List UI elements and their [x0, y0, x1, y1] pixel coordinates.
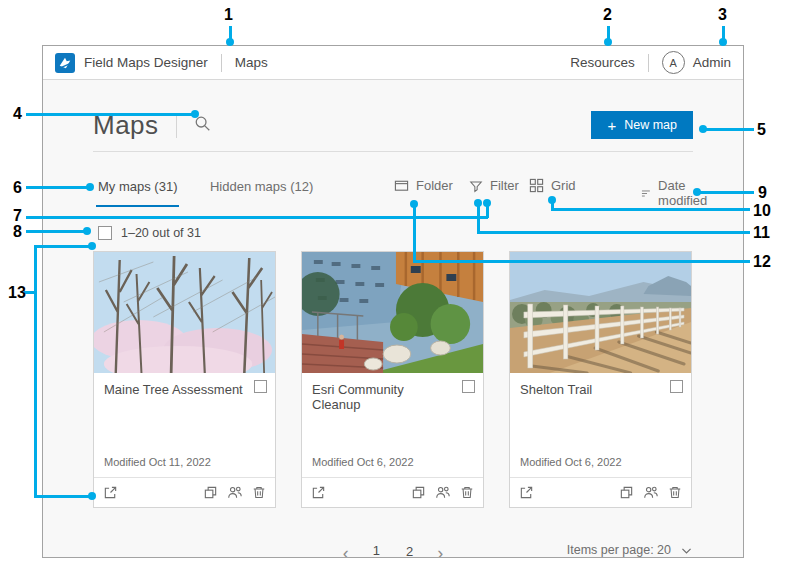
folder-button[interactable]: Folder [394, 178, 453, 193]
filter-icon [469, 179, 483, 193]
callout-dot [699, 125, 707, 133]
callout-label-10: 10 [753, 203, 771, 219]
tab-hidden-maps[interactable]: Hidden maps (12) [208, 179, 315, 205]
next-page-button[interactable]: › [433, 544, 447, 558]
group-people-icon [227, 485, 243, 500]
card-modified: Modified Oct 6, 2022 [312, 456, 473, 477]
open-in-new-icon [519, 485, 534, 500]
card-checkbox[interactable] [462, 380, 475, 393]
callout-line [34, 495, 90, 498]
esri-logo-icon[interactable] [55, 53, 75, 73]
callout-dot [548, 196, 556, 204]
map-thumbnail-trees[interactable] [94, 252, 275, 373]
callout-dot [410, 200, 418, 208]
map-card: Shelton Trail Modified Oct 6, 2022 [509, 251, 692, 508]
duplicate-button[interactable] [619, 485, 634, 500]
delete-button[interactable] [252, 485, 266, 500]
callout-label-8: 8 [13, 224, 22, 240]
callout-dot [86, 183, 94, 191]
callout-line [34, 245, 90, 248]
callout-line [26, 216, 488, 219]
page-1-button[interactable]: 1 [367, 541, 386, 558]
card-title[interactable]: Esri Community Cleanup [312, 382, 473, 412]
chevron-down-icon [680, 544, 693, 557]
trash-icon [252, 485, 266, 500]
callout-dot [474, 199, 482, 207]
callout-line [700, 191, 754, 194]
open-in-new-icon [311, 485, 326, 500]
callout-line [413, 260, 750, 263]
map-thumbnail-trail[interactable] [510, 252, 691, 373]
callout-dot [88, 492, 96, 500]
grid-label: Grid [551, 178, 576, 193]
callout-line [551, 208, 750, 211]
callout-line [706, 128, 754, 131]
callout-label-3: 3 [718, 7, 727, 23]
card-title[interactable]: Shelton Trail [520, 382, 681, 397]
callout-label-5: 5 [757, 122, 766, 138]
share-group-button[interactable] [643, 485, 659, 500]
callout-dot [604, 38, 612, 46]
delete-button[interactable] [460, 485, 474, 500]
header-divider [648, 54, 649, 72]
share-group-button[interactable] [227, 485, 243, 500]
trash-icon [460, 485, 474, 500]
items-per-page-label: Items per page: 20 [567, 543, 671, 557]
filter-button[interactable]: Filter [469, 178, 519, 193]
select-all-checkbox[interactable] [98, 226, 112, 240]
group-people-icon [643, 485, 659, 500]
app-title: Field Maps Designer [84, 55, 208, 70]
new-map-label: New map [624, 118, 677, 132]
duplicate-button[interactable] [411, 485, 426, 500]
callout-label-4: 4 [13, 106, 22, 122]
card-checkbox[interactable] [670, 380, 683, 393]
open-map-button[interactable] [519, 485, 534, 500]
prev-page-button[interactable]: ‹ [339, 544, 353, 558]
delete-button[interactable] [668, 485, 682, 500]
map-card: Maine Tree Assessment Modified Oct 11, 2… [93, 251, 276, 508]
callout-dot [693, 188, 701, 196]
share-group-button[interactable] [435, 485, 451, 500]
callout-label-11: 11 [753, 225, 770, 241]
duplicate-button[interactable] [203, 485, 218, 500]
app-window: Field Maps Designer Maps Resources A Adm… [42, 45, 744, 558]
card-modified: Modified Oct 6, 2022 [520, 456, 681, 477]
page-2-button[interactable]: 2 [400, 542, 419, 558]
card-checkbox[interactable] [254, 380, 267, 393]
callout-label-9: 9 [758, 185, 767, 201]
grid-view-button[interactable]: Grid [529, 178, 576, 193]
resources-link[interactable]: Resources [570, 55, 635, 70]
tab-my-maps[interactable]: My maps (31) [96, 179, 179, 207]
filter-label: Filter [490, 178, 519, 193]
title-rule [93, 151, 693, 152]
card-title[interactable]: Maine Tree Assessment [104, 382, 265, 397]
folder-label: Folder [416, 178, 453, 193]
callout-line [413, 206, 416, 263]
open-map-button[interactable] [103, 485, 118, 500]
breadcrumb-maps[interactable]: Maps [235, 55, 268, 70]
callout-line [26, 230, 84, 233]
group-people-icon [435, 485, 451, 500]
screenshot: Field Maps Designer Maps Resources A Adm… [0, 0, 804, 562]
title-divider [176, 113, 177, 138]
map-thumbnail-building[interactable] [302, 252, 483, 373]
username-menu[interactable]: Admin [693, 55, 731, 70]
callout-label-1: 1 [224, 7, 233, 23]
items-per-page-select[interactable]: Items per page: 20 [567, 543, 693, 557]
duplicate-icon [411, 485, 426, 500]
new-map-button[interactable]: + New map [591, 111, 693, 139]
app-header: Field Maps Designer Maps Resources A Adm… [43, 46, 743, 80]
duplicate-icon [203, 485, 218, 500]
callout-line [477, 231, 750, 234]
callout-line [26, 186, 88, 189]
open-in-new-icon [103, 485, 118, 500]
callout-dot [83, 227, 91, 235]
folder-icon [394, 178, 409, 193]
duplicate-icon [619, 485, 634, 500]
callout-label-7: 7 [13, 208, 22, 224]
callout-dot [191, 110, 199, 118]
map-card: Esri Community Cleanup Modified Oct 6, 2… [301, 251, 484, 508]
open-map-button[interactable] [311, 485, 326, 500]
trash-icon [668, 485, 682, 500]
avatar[interactable]: A [662, 51, 685, 74]
